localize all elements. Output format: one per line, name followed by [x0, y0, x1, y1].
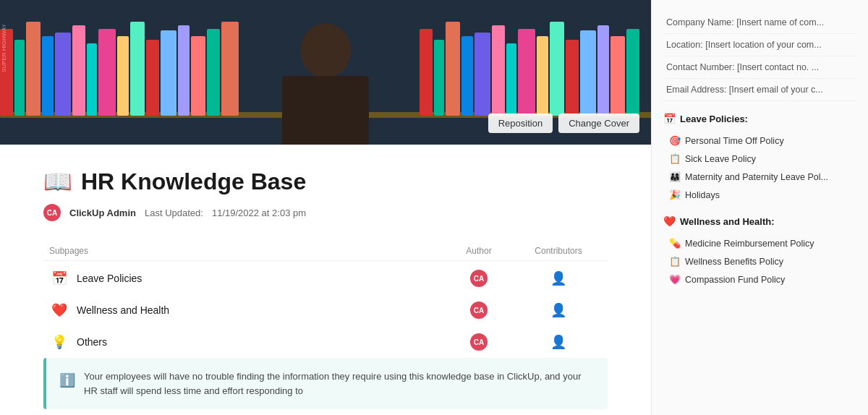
svg-rect-31 [566, 40, 579, 116]
svg-rect-16 [191, 36, 205, 116]
table-row[interactable]: 📅 Leave Policies CA 👤 [43, 262, 608, 294]
leave-section-header: 📅 Leave Policies: [663, 110, 856, 127]
wellness-items-list: 💊 Medicine Reimbursement Policy 📋 Wellne… [663, 234, 856, 288]
svg-rect-11 [117, 36, 129, 116]
svg-rect-8 [72, 25, 85, 116]
col-author: Author [443, 246, 515, 256]
svg-rect-24 [461, 36, 473, 116]
medicine-icon: 💊 [669, 238, 681, 249]
avatar: CA [43, 204, 61, 221]
meta-row: CA ClickUp Admin Last Updated: 11/19/202… [43, 204, 608, 221]
sidebar-item-wellness-benefits[interactable]: 📋 Wellness Benefits Policy [663, 252, 856, 270]
svg-rect-33 [597, 25, 609, 116]
change-cover-button[interactable]: Change Cover [558, 114, 639, 133]
subpages-list: 📅 Leave Policies CA 👤 ❤️ Wellness and He… [43, 262, 608, 358]
col-subpages: Subpages [49, 246, 443, 256]
sidebar: Company Name: [Insert name of com... Loc… [651, 0, 868, 415]
svg-rect-35 [626, 29, 639, 116]
svg-rect-22 [434, 40, 444, 116]
svg-rect-15 [178, 25, 190, 116]
svg-rect-20 [282, 76, 369, 145]
page-title: HR Knowledge Base [81, 168, 306, 195]
subpage-label: Others [77, 336, 107, 348]
sidebar-item-label: Maternity and Paternity Leave Pol... [685, 172, 828, 182]
subpage-contributors: 👤 [515, 270, 602, 286]
svg-rect-27 [506, 43, 516, 116]
sidebar-item-personal-time-off[interactable]: 🎯 Personal Time Off Policy [663, 132, 856, 150]
author-name: ClickUp Admin [69, 208, 136, 218]
subpage-name: 📅 Leave Policies [49, 270, 443, 286]
subpage-icon-wellness: ❤️ [49, 302, 69, 318]
svg-rect-7 [55, 33, 71, 116]
svg-rect-12 [130, 22, 145, 116]
svg-point-19 [300, 23, 351, 78]
svg-rect-29 [537, 36, 548, 116]
svg-rect-14 [161, 30, 176, 116]
wellness-section-icon: ❤️ [663, 215, 676, 227]
subpage-icon-leave: 📅 [49, 270, 69, 286]
page-title-row: 📖 HR Knowledge Base [43, 168, 608, 195]
svg-rect-5 [26, 22, 41, 116]
page-body: 📖 HR Knowledge Base CA ClickUp Admin Las… [0, 145, 651, 415]
email-field: Email Address: [Insert email of your c..… [663, 79, 856, 101]
svg-rect-18 [221, 22, 239, 116]
info-box: ℹ️ Your employees will have no trouble f… [43, 358, 608, 409]
wellness-section-header: ❤️ Wellness and Health: [663, 213, 856, 230]
svg-rect-21 [420, 29, 433, 116]
contact-field: Contact Number: [Insert contact no. ... [663, 56, 856, 79]
subpage-name: ❤️ Wellness and Health [49, 302, 443, 318]
sidebar-item-holidays[interactable]: 🎉 Holidays [663, 186, 856, 204]
svg-rect-6 [42, 36, 54, 116]
last-updated-value: 11/19/2022 at 2:03 pm [212, 208, 306, 218]
svg-rect-23 [446, 22, 460, 116]
sidebar-item-label: Sick Leave Policy [685, 154, 756, 164]
subpage-icon-others: 💡 [49, 334, 69, 350]
subpage-label: Leave Policies [77, 273, 142, 284]
subpage-label: Wellness and Health [77, 304, 169, 316]
sidebar-item-label: Compassion Fund Policy [685, 275, 785, 285]
subpage-contributors: 👤 [515, 334, 602, 350]
svg-rect-30 [550, 22, 564, 116]
leave-section-icon: 📅 [663, 113, 676, 124]
sidebar-item-label: Wellness Benefits Policy [685, 257, 783, 267]
table-row[interactable]: 💡 Others CA 👤 [43, 326, 608, 358]
sidebar-item-sick-leave[interactable]: 📋 Sick Leave Policy [663, 150, 856, 168]
last-updated-label: Last Updated: [145, 208, 203, 218]
compassion-fund-icon: 💗 [669, 274, 681, 285]
wellness-benefits-icon: 📋 [669, 256, 681, 267]
subpage-author: CA [443, 333, 515, 351]
sidebar-item-compassion-fund[interactable]: 💗 Compassion Fund Policy [663, 270, 856, 288]
wellness-section-label: Wellness and Health: [680, 216, 775, 227]
svg-rect-17 [207, 29, 220, 116]
sidebar-item-label: Medicine Reimbursement Policy [685, 239, 814, 249]
svg-rect-4 [14, 40, 25, 116]
svg-rect-28 [518, 29, 535, 116]
sidebar-item-label: Personal Time Off Policy [685, 136, 784, 146]
cover-actions: Reposition Change Cover [488, 114, 639, 133]
contributor-icon: 👤 [550, 270, 566, 286]
sick-leave-icon: 📋 [669, 153, 681, 164]
info-text: Your employees will have no trouble find… [84, 369, 595, 398]
svg-rect-32 [580, 30, 596, 116]
reposition-button[interactable]: Reposition [488, 114, 553, 133]
main-content: SUPER HIGHWAY Reposition Change Cover 📖 … [0, 0, 651, 415]
leave-items-list: 🎯 Personal Time Off Policy 📋 Sick Leave … [663, 132, 856, 204]
table-row[interactable]: ❤️ Wellness and Health CA 👤 [43, 294, 608, 326]
sidebar-item-maternity-leave[interactable]: 👨‍👩‍👧 Maternity and Paternity Leave Pol.… [663, 168, 856, 186]
info-icon: ℹ️ [59, 371, 75, 398]
svg-rect-26 [492, 25, 505, 116]
author-avatar: CA [470, 301, 488, 319]
subpage-contributors: 👤 [515, 302, 602, 318]
maternity-leave-icon: 👨‍👩‍👧 [669, 171, 681, 182]
svg-text:SUPER HIGHWAY: SUPER HIGHWAY [1, 23, 7, 72]
subpage-author: CA [443, 270, 515, 287]
svg-rect-25 [475, 33, 490, 116]
svg-rect-9 [87, 43, 97, 116]
svg-rect-10 [98, 29, 116, 116]
author-avatar: CA [470, 270, 488, 287]
sidebar-item-medicine[interactable]: 💊 Medicine Reimbursement Policy [663, 234, 856, 252]
svg-rect-34 [610, 36, 625, 116]
col-contributors: Contributors [515, 246, 602, 256]
location-field: Location: [Insert location of your com..… [663, 34, 856, 56]
svg-rect-13 [146, 40, 159, 116]
